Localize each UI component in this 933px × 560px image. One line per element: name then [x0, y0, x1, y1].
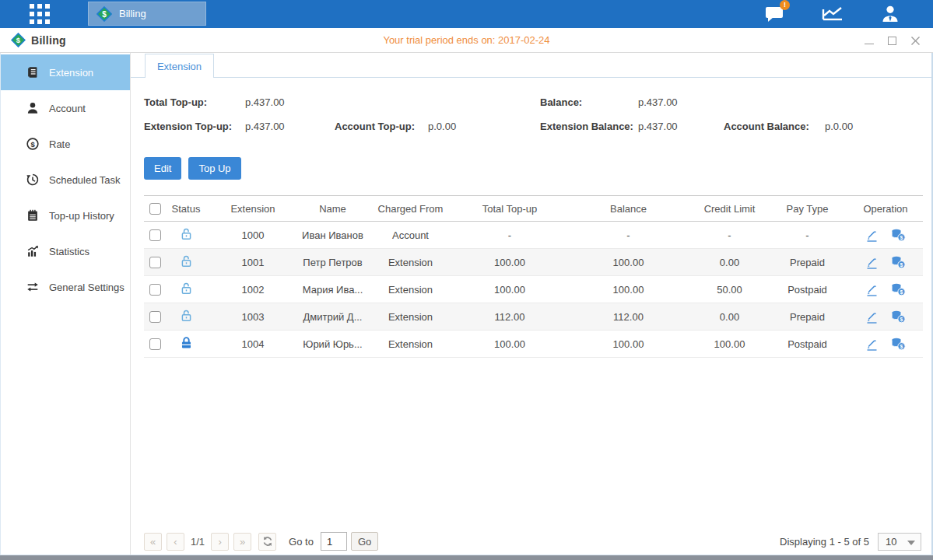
sidebar-item-account[interactable]: Account	[1, 90, 130, 126]
total-topup-cell: -	[455, 229, 564, 241]
reports-icon[interactable]	[821, 4, 844, 24]
topbar: $ Billing !	[0, 0, 933, 28]
status-cell	[166, 254, 206, 270]
last-page-button[interactable]: »	[233, 533, 251, 551]
topup-button[interactable]: Top Up	[188, 157, 240, 180]
topup-row-icon[interactable]: $	[891, 283, 906, 296]
topup-row-icon[interactable]: $	[891, 229, 906, 242]
operation-cell: $	[848, 283, 923, 296]
displaying-text: Displaying 1 - 5 of 5	[780, 536, 869, 548]
topup-row-icon[interactable]: $	[891, 256, 906, 269]
row-checkbox[interactable]	[149, 284, 161, 296]
balance-summary: Total Top-up: p.437.00 Balance: p.437.00…	[131, 92, 931, 148]
action-buttons: Edit Top Up	[144, 157, 931, 180]
sidebar-item-label: Statistics	[49, 246, 89, 257]
close-icon[interactable]	[910, 36, 921, 46]
operation-cell: $	[848, 256, 923, 269]
user-icon[interactable]	[879, 4, 902, 24]
billing-window-icon: $	[11, 33, 26, 47]
name-cell: Мария Ива...	[300, 284, 366, 296]
first-page-button[interactable]: «	[144, 533, 162, 551]
table-row[interactable]: 1000Иван ИвановAccount----$	[144, 222, 923, 249]
balance-cell: 100.00	[564, 338, 693, 350]
extensions-table: Status Extension Name Charged From Total…	[144, 195, 923, 358]
total-topup-cell: 100.00	[455, 257, 564, 268]
edit-button[interactable]: Edit	[144, 157, 181, 180]
row-checkbox[interactable]	[149, 311, 161, 323]
scheduled-task-icon	[26, 173, 40, 187]
topup-history-icon	[26, 208, 40, 222]
status-cell	[144, 338, 166, 350]
billing-app-icon: $	[96, 6, 112, 22]
sidebar-item-rate[interactable]: $Rate	[1, 126, 130, 162]
extension-cell: 1004	[206, 338, 300, 350]
table-row[interactable]: 1004Юрий Юрь...Extension100.00100.00100.…	[144, 331, 923, 358]
topup-row-icon[interactable]: $	[891, 310, 906, 324]
unlocked-icon	[180, 309, 193, 322]
sidebar-item-top-up-history[interactable]: Top-up History	[1, 198, 130, 233]
edit-row-icon[interactable]	[865, 338, 879, 351]
notification-badge: !	[780, 0, 790, 10]
sidebar-item-label: Account	[49, 103, 86, 114]
status-cell	[166, 309, 206, 324]
select-all-checkbox[interactable]	[149, 203, 161, 215]
go-button[interactable]: Go	[351, 532, 378, 551]
total-topup-label: Total Top-up:	[144, 96, 207, 108]
topbar-tab-label: Billing	[119, 8, 146, 19]
col-status: Status	[166, 203, 206, 215]
row-checkbox[interactable]	[149, 229, 161, 241]
edit-row-icon[interactable]	[865, 256, 879, 269]
tabstrip: Extension	[131, 53, 931, 78]
table-header: Status Extension Name Charged From Total…	[144, 195, 923, 222]
col-operation: Operation	[848, 203, 923, 215]
refresh-icon[interactable]	[258, 533, 276, 551]
row-checkbox[interactable]	[149, 338, 161, 350]
prev-page-button[interactable]: ‹	[167, 533, 184, 551]
sidebar-item-general-settings[interactable]: General Settings	[1, 269, 130, 305]
credit-limit-cell: 50.00	[693, 284, 766, 296]
edit-row-icon[interactable]	[865, 283, 879, 296]
total-topup-cell: 100.00	[455, 284, 564, 296]
balance-cell: -	[564, 229, 693, 241]
credit-limit-cell: 100.00	[693, 338, 766, 350]
minimize-icon[interactable]	[864, 36, 874, 46]
extension-cell: 1003	[206, 311, 300, 323]
window-controls	[864, 28, 921, 53]
sidebar: ExtensionAccount$RateScheduled TaskTop-u…	[1, 53, 131, 555]
status-cell	[144, 229, 166, 241]
header-checkbox-cell	[144, 203, 166, 215]
tab-extension[interactable]: Extension	[145, 54, 214, 78]
svg-text:$: $	[900, 289, 903, 296]
sidebar-item-statistics[interactable]: Statistics	[1, 233, 130, 269]
balance-cell: 112.00	[564, 311, 693, 323]
name-cell: Петр Петров	[300, 257, 366, 268]
total-topup-cell: 100.00	[455, 338, 564, 350]
status-cell	[166, 227, 206, 243]
edit-row-icon[interactable]	[865, 310, 879, 324]
row-checkbox[interactable]	[149, 257, 161, 268]
pay-type-cell: Prepaid	[766, 257, 848, 268]
sidebar-item-label: Top-up History	[49, 210, 114, 222]
sidebar-item-scheduled-task[interactable]: Scheduled Task	[1, 162, 130, 198]
page-size-select[interactable]: 10	[878, 533, 921, 551]
messages-icon[interactable]: !	[763, 4, 787, 24]
edit-row-icon[interactable]	[865, 229, 879, 242]
table-row[interactable]: 1003Дмитрий Д...Extension112.00112.000.0…	[144, 303, 923, 331]
maximize-icon[interactable]	[887, 36, 897, 46]
balance-value: p.437.00	[638, 96, 678, 108]
app-grid-icon[interactable]	[26, 3, 54, 25]
extension-cell: 1000	[206, 229, 300, 241]
col-total-topup: Total Top-up	[455, 203, 564, 215]
topbar-billing-tab[interactable]: $ Billing	[88, 2, 206, 26]
table-row[interactable]: 1001Петр ПетровExtension100.00100.000.00…	[144, 249, 923, 276]
sidebar-item-extension[interactable]: Extension	[1, 54, 130, 90]
next-page-button[interactable]: ›	[211, 533, 229, 551]
unlocked-icon	[180, 227, 193, 240]
pay-type-cell: Prepaid	[766, 311, 848, 323]
table-row[interactable]: 1002Мария Ива...Extension100.00100.0050.…	[144, 276, 923, 303]
topup-row-icon[interactable]: $	[891, 338, 906, 351]
svg-text:$: $	[102, 9, 107, 18]
svg-text:$: $	[16, 36, 21, 44]
goto-page-input[interactable]	[321, 532, 347, 551]
credit-limit-cell: -	[693, 229, 766, 241]
